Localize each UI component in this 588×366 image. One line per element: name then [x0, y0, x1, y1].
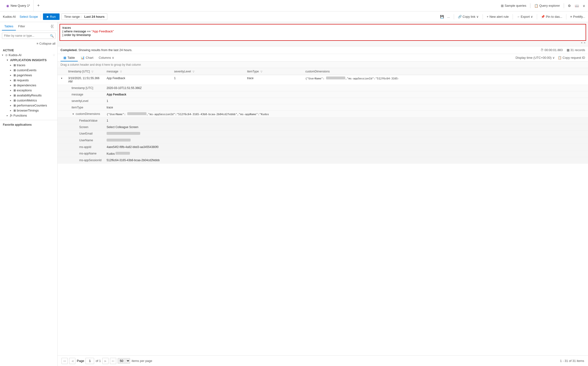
filter-icon[interactable]: ▽: [260, 70, 262, 73]
query-line-3: | order by timestamp: [63, 33, 583, 37]
toolbar: Kudos-AI Select Scope ▶ Run Time range :…: [0, 12, 588, 22]
prettify-button[interactable]: ≡ Prettify...: [570, 15, 585, 18]
tree-item-browser-timings[interactable]: ▸ ▦ browserTimings: [0, 108, 57, 113]
sub-detail-msappname: ms-appName Kudos: [58, 150, 588, 157]
tree-item-custom-metrics[interactable]: ▸ ▦ customMetrics: [0, 98, 57, 103]
query-collapse-button[interactable]: ⌃⌃: [580, 42, 586, 46]
filter-icon[interactable]: ▽: [120, 70, 122, 73]
book-button[interactable]: 📖: [575, 4, 579, 8]
tab-filter[interactable]: Filter: [16, 22, 28, 30]
new-alert-button[interactable]: + New alert rule: [487, 15, 509, 18]
save-icon: 💾: [440, 15, 444, 18]
detail-value-custom-dim: {"UserName": ,"ms-appSessionId":"512f6c6…: [104, 111, 588, 118]
blurred-appname: [116, 152, 130, 155]
tree-item-kudos-ai[interactable]: ▾ ◎ Kudos-AI ☆: [0, 53, 57, 58]
table-icon: ▦: [13, 99, 16, 102]
select-scope-button[interactable]: Select Scope: [19, 15, 38, 18]
sub-label-feedbackvalue: FeebackValue: [66, 118, 104, 124]
scope-icon: ◎: [5, 53, 8, 57]
cell-itemtype: trace: [245, 75, 303, 85]
detail-label-severity: severityLevel: [66, 98, 104, 104]
tree-item-dependencies[interactable]: ▸ ▦ dependencies: [0, 83, 57, 88]
copy-request-id-button[interactable]: 📋 Copy request ID: [558, 56, 585, 60]
duration-item: ⏱ 00:00:01.883: [541, 48, 563, 52]
collapse-all-button[interactable]: ≡ Collapse all: [0, 41, 57, 46]
export-icon: →: [517, 15, 520, 18]
active-section-label: Active: [0, 47, 57, 53]
sub-value-msappsessionid: 512f6c64-3165-43b8-bcaa-2b04cd2febbb: [104, 157, 588, 164]
sample-queries-button[interactable]: ⊞ Sample queries: [501, 4, 526, 8]
custom-dim-expand-button[interactable]: ▾: [71, 113, 75, 115]
chevron-icon: ▸: [10, 89, 13, 92]
chevron-icon: ▸: [10, 94, 13, 97]
chevron-icon: ▸: [10, 109, 13, 112]
sub-detail-username: UserName: [58, 137, 588, 144]
custom-dim-expand-row[interactable]: ▾ customDimensions {"UserName": ,"ms-app…: [58, 111, 588, 118]
detail-row-message: message App Feedback: [58, 92, 588, 98]
filter-icon[interactable]: ▽: [92, 70, 94, 73]
item-type-header[interactable]: itemType ▽: [245, 68, 303, 75]
add-tab-button[interactable]: +: [35, 2, 42, 10]
tree-item-traces[interactable]: ▸ ▦ traces: [0, 63, 57, 68]
pin-button[interactable]: 📌 Pin to das...: [541, 15, 562, 18]
browser-timings-label: browserTimings: [17, 109, 55, 112]
tab-table[interactable]: ▦ Table: [61, 54, 78, 61]
display-time-button[interactable]: Display time (UTC+00:00) ∨: [516, 56, 555, 60]
timestamp-header[interactable]: timestamp [UTC] ▽: [66, 68, 104, 75]
row-expand-button[interactable]: ▾: [60, 77, 63, 80]
prev-page-button[interactable]: ◀: [69, 358, 75, 364]
tree-item-requests[interactable]: ▸ ▦ requests: [0, 78, 57, 83]
ellipsis-button[interactable]: ...: [447, 15, 450, 18]
query-explorer-button[interactable]: 📋 Query explorer: [534, 4, 560, 8]
chevron-icon: ▸: [10, 79, 13, 82]
settings-button[interactable]: ⚙: [568, 4, 571, 8]
more-button[interactable]: ∨: [583, 4, 585, 8]
chevron-icon: ▸: [7, 114, 10, 117]
message-header[interactable]: message ▽: [104, 68, 172, 75]
tree-item-custom-events[interactable]: ▸ ▦ customEvents: [0, 68, 57, 73]
tree-item-perf-counters[interactable]: ▸ ▦ performanceCounters: [0, 103, 57, 108]
tree-item-page-views[interactable]: ▸ ▦ pageViews: [0, 73, 57, 78]
query-line-1: traces: [63, 26, 583, 30]
filter-input[interactable]: [2, 33, 48, 39]
query-editor[interactable]: traces | where message == "App Feedback"…: [60, 24, 586, 41]
columns-button[interactable]: Columns ∨: [96, 54, 117, 61]
tab-chart[interactable]: 📊 Chart: [78, 54, 96, 61]
copy-link-button[interactable]: 🔗 Copy link ∨: [458, 15, 479, 18]
tree-item-functions[interactable]: ▸ fx Functions: [0, 113, 57, 118]
next-page-button[interactable]: ▶: [102, 358, 109, 364]
save-button[interactable]: 💾: [440, 15, 444, 18]
separator-1: [530, 3, 530, 8]
run-button[interactable]: ▶ Run: [43, 13, 60, 20]
custom-dim-header[interactable]: customDimensions: [303, 68, 588, 75]
app-insights-label: APPLICATION INSIGHTS: [10, 58, 55, 62]
query-explorer-label: Query explorer: [539, 4, 560, 8]
star-icon[interactable]: ☆: [53, 53, 55, 57]
play-icon: ▶: [47, 15, 49, 18]
last-page-button[interactable]: ⏭: [110, 358, 116, 364]
first-page-button[interactable]: ⏮: [62, 358, 68, 364]
export-button[interactable]: → Export ∨: [517, 15, 533, 18]
table-icon: ▦: [13, 94, 16, 97]
pagination: ⏮ ◀ Page of 1 ▶ ⏭ 50 100 200 items per p…: [58, 355, 588, 366]
time-range-button[interactable]: Time range : Last 24 hours: [62, 13, 107, 20]
table-icon: ▦: [13, 84, 16, 87]
tree-item-app-insights[interactable]: ▾ APPLICATION INSIGHTS: [0, 58, 57, 63]
active-tab[interactable]: ◉ New Query 1*: [3, 0, 34, 12]
detail-label-message: message: [66, 92, 104, 98]
tree-item-availability[interactable]: ▸ ▦ availabilityResults: [0, 93, 57, 98]
tree-item-exceptions[interactable]: ▸ ▦ exceptions: [0, 88, 57, 93]
table-icon: ▦: [13, 69, 16, 72]
pagination-controls: ⏮ ◀ Page of 1 ▶ ⏭ 50 100 200 items per p…: [62, 358, 152, 364]
sub-label-username: UserName: [66, 137, 104, 144]
query-explorer-icon: 📋: [534, 4, 538, 8]
tab-tables[interactable]: Tables: [2, 22, 16, 30]
columns-chevron: ∨: [112, 56, 114, 60]
sidebar-collapse-button[interactable]: ⟨⟨: [49, 22, 55, 30]
filter-icon[interactable]: ▽: [193, 70, 195, 73]
page-input[interactable]: [86, 358, 94, 364]
custom-metrics-label: customMetrics: [17, 99, 55, 102]
table-row[interactable]: ▾ 3/10/2020, 11:51:55.366 AM App Feedbac…: [58, 75, 588, 85]
severity-header[interactable]: severityLevel ▽: [172, 68, 245, 75]
items-per-page-select[interactable]: 50 100 200: [118, 358, 130, 364]
